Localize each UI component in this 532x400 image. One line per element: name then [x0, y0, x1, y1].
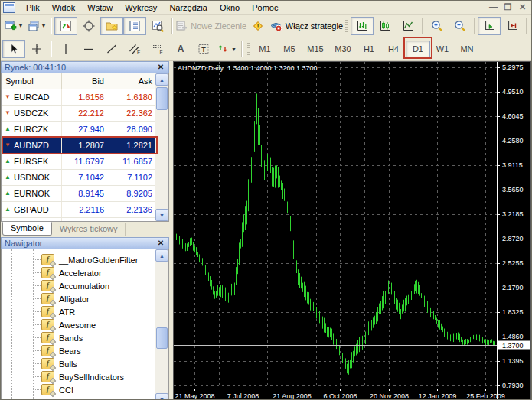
restore-icon[interactable]: ❐	[502, 2, 514, 12]
scroll-down-icon[interactable]: ▼	[155, 209, 168, 221]
zoom-in-button[interactable]	[426, 17, 449, 35]
new-order-button[interactable]: Nowe Zlecenie	[175, 17, 247, 35]
indicator-function-icon: f	[41, 319, 54, 330]
tab-wykres-tickowy[interactable]: Wykres tickowy	[52, 223, 126, 236]
profiles-button[interactable]: ▼	[25, 17, 48, 35]
navigator-item-MadroGoldenFilter[interactable]: f__MadroGoldenFilter	[33, 253, 168, 266]
data-window-icon	[83, 20, 95, 32]
market-watch-row-USDCZK[interactable]: ▼USDCZK22.21222.362	[2, 106, 157, 122]
price-bars	[177, 94, 495, 375]
timeframe-button-D1[interactable]: D1	[406, 41, 430, 57]
ask-value: 1.2821	[109, 138, 157, 153]
menu-item-widok[interactable]: Widok	[46, 2, 82, 13]
candlestick-mode-button[interactable]	[374, 17, 397, 35]
close-icon[interactable]: ✕	[156, 63, 165, 72]
price-chart[interactable]: 5.29754.95104.60454.25803.91153.56503.21…	[174, 62, 530, 400]
chart-window[interactable]: AUDNZD,Daily 1.3400 1.4000 1.3200 1.3700…	[173, 61, 531, 400]
timeframe-button-M5[interactable]: M5	[277, 41, 302, 57]
navigator-scrollbar[interactable]: ▲ ▼	[155, 249, 168, 400]
text-label-tool-button[interactable]: T	[192, 40, 215, 58]
channel-tool-button[interactable]: E	[123, 40, 146, 58]
vertical-line-tool-button[interactable]	[54, 40, 77, 58]
timeframe-button-M30[interactable]: M30	[329, 41, 357, 57]
cursor-tool-button[interactable]	[2, 40, 25, 58]
menu-item-okno[interactable]: Okno	[214, 2, 246, 13]
market-watch-row-AUDNZD[interactable]: ▼AUDNZD1.28071.2821	[2, 138, 157, 154]
close-icon[interactable]: ✕	[517, 2, 528, 12]
market-watch-toggle-button[interactable]	[54, 17, 77, 35]
navigator-item-Awesome[interactable]: fAwesome	[33, 318, 168, 331]
trendline-tool-button[interactable]	[100, 40, 123, 58]
menu-item-narzędzia[interactable]: Narzędzia	[163, 2, 214, 13]
crosshair-tool-button[interactable]	[25, 40, 48, 58]
crosshair-icon	[31, 43, 43, 55]
data-window-button[interactable]	[77, 17, 100, 35]
market-watch-row-GBPNZD[interactable]: ▼GBPNZD2.83352.8365	[2, 218, 157, 222]
market-watch-row-USDNOK[interactable]: ▲USDNOK7.10427.1102	[2, 170, 157, 186]
timeframe-button-M1[interactable]: M1	[253, 41, 277, 57]
line-chart-mode-button[interactable]	[397, 17, 419, 35]
new-chart-button[interactable]: ▼	[2, 17, 25, 35]
minimize-icon[interactable]: —	[488, 2, 499, 12]
bid-value: 7.1042	[62, 170, 109, 185]
navigator-item-Bears[interactable]: fBears	[33, 344, 168, 357]
text-tool-button[interactable]: A	[169, 40, 192, 58]
menu-item-pomoc[interactable]: Pomoc	[246, 2, 284, 13]
fibonacci-tool-button[interactable]: F	[146, 40, 169, 58]
navigator-item-CCI[interactable]: fCCI	[33, 383, 168, 396]
market-watch-row-EURCZK[interactable]: ▲EURCZK27.94028.090	[2, 122, 157, 138]
expert-warning-button[interactable]: !	[246, 17, 269, 35]
scroll-thumb[interactable]	[156, 87, 168, 110]
horizontal-line-tool-button[interactable]	[77, 40, 100, 58]
timeframe-button-M15[interactable]: M15	[302, 41, 329, 57]
timeframe-button-H4[interactable]: H4	[381, 41, 406, 57]
navigator-item-BuySellIndicators[interactable]: fBuySellIndicators	[33, 370, 168, 383]
bar-chart-mode-button[interactable]	[351, 17, 374, 35]
market-watch-row-EURCAD[interactable]: ▼EURCAD1.61561.6180	[2, 89, 157, 106]
navigator-item-Accumulation[interactable]: fAccumulation	[33, 279, 168, 292]
market-watch-row-GBPAUD[interactable]: ▲GBPAUD2.21162.2136	[2, 202, 157, 218]
market-watch-icon	[60, 20, 72, 32]
market-watch-scrollbar[interactable]: ▲ ▼	[155, 73, 168, 221]
column-symbol[interactable]: Symbol	[2, 73, 62, 89]
navigator-item-Bands[interactable]: fBands	[33, 331, 168, 344]
symbol-label: USDCZK	[14, 106, 48, 121]
close-icon[interactable]: ✕	[156, 239, 165, 248]
timeframe-button-W1[interactable]: W1	[430, 41, 455, 57]
enable-experts-button[interactable]: Włącz strategie	[269, 17, 343, 35]
scroll-up-icon[interactable]: ▲	[155, 73, 168, 86]
trend-up-icon: ▲	[4, 170, 11, 185]
market-watch-row-EURSEK[interactable]: ▲EURSEK11.679711.6857	[2, 154, 157, 170]
menu-item-plik[interactable]: Plik	[20, 2, 46, 13]
navigator-toggle-button[interactable]	[100, 17, 123, 35]
mdi-window-controls: —❐✕	[488, 2, 531, 12]
timeframe-button-MN[interactable]: MN	[455, 41, 479, 57]
navigator-item-label: Bears	[59, 346, 81, 356]
chart-shift-button[interactable]	[501, 17, 524, 35]
scroll-thumb[interactable]	[156, 327, 168, 349]
market-watch-table: Symbol Bid Ask ▼EURCAD1.61561.6180▼USDCZ…	[1, 73, 169, 222]
ask-value: 7.1102	[109, 170, 157, 185]
symbol-label: EURCAD	[14, 89, 49, 105]
strategy-tester-button[interactable]	[146, 17, 169, 35]
scroll-up-icon[interactable]: ▲	[155, 249, 168, 262]
arrows-tool-button[interactable]: ▼	[215, 40, 239, 58]
column-bid[interactable]: Bid	[62, 73, 109, 89]
menu-item-wykresy[interactable]: Wykresy	[119, 2, 163, 13]
scroll-down-icon[interactable]: ▼	[155, 393, 168, 400]
column-ask[interactable]: Ask	[109, 73, 157, 89]
tree-branch-line	[33, 363, 41, 364]
navigator-item-ATR[interactable]: fATR	[33, 305, 168, 318]
navigator-item-Bulls[interactable]: fBulls	[33, 357, 168, 370]
auto-scroll-button[interactable]	[478, 17, 501, 35]
navigator-item-Accelerator[interactable]: fAccelerator	[33, 266, 168, 279]
timeframe-button-H1[interactable]: H1	[357, 41, 381, 57]
terminal-toggle-button[interactable]	[123, 17, 146, 35]
menu-items: PlikWidokWstawWykresyNarzędziaOknoPomoc	[20, 3, 284, 12]
navigator-item-Alligator[interactable]: fAlligator	[33, 292, 168, 305]
menu-item-wstaw[interactable]: Wstaw	[81, 2, 119, 13]
zoom-out-button[interactable]	[449, 17, 472, 35]
tab-symbole[interactable]: Symbole	[2, 222, 52, 236]
expert-hat-icon	[270, 20, 282, 32]
market-watch-row-EURNOK[interactable]: ▲EURNOK8.91458.9205	[2, 186, 157, 202]
